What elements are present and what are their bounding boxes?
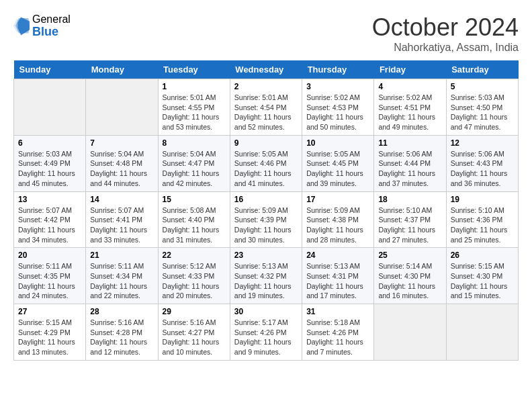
- calendar-cell: 7Sunrise: 5:04 AM Sunset: 4:48 PM Daylig…: [86, 135, 158, 191]
- calendar-cell: [14, 79, 86, 136]
- day-number: 6: [18, 138, 81, 148]
- calendar-cell: 30Sunrise: 5:17 AM Sunset: 4:26 PM Dayli…: [230, 304, 302, 361]
- calendar-cell: 5Sunrise: 5:03 AM Sunset: 4:50 PM Daylig…: [446, 79, 518, 136]
- day-info: Sunrise: 5:11 AM Sunset: 4:34 PM Dayligh…: [90, 261, 153, 301]
- calendar-cell: 20Sunrise: 5:11 AM Sunset: 4:35 PM Dayli…: [14, 248, 86, 304]
- day-number: 18: [378, 195, 441, 204]
- day-number: 12: [451, 138, 514, 148]
- day-info: Sunrise: 5:05 AM Sunset: 4:45 PM Dayligh…: [306, 149, 369, 189]
- day-header-sunday: Sunday: [14, 60, 86, 79]
- calendar-cell: [86, 79, 158, 136]
- calendar-cell: [446, 304, 518, 361]
- day-number: 24: [306, 250, 369, 260]
- day-number: 2: [234, 82, 298, 91]
- day-info: Sunrise: 5:12 AM Sunset: 4:33 PM Dayligh…: [163, 261, 226, 301]
- logo-blue: Blue: [32, 26, 71, 39]
- day-number: 13: [18, 195, 81, 204]
- week-row-1: 1Sunrise: 5:01 AM Sunset: 4:55 PM Daylig…: [14, 79, 519, 136]
- day-info: Sunrise: 5:06 AM Sunset: 4:43 PM Dayligh…: [451, 149, 514, 189]
- day-info: Sunrise: 5:14 AM Sunset: 4:30 PM Dayligh…: [378, 261, 441, 301]
- day-info: Sunrise: 5:09 AM Sunset: 4:38 PM Dayligh…: [306, 205, 369, 245]
- day-info: Sunrise: 5:02 AM Sunset: 4:53 PM Dayligh…: [306, 93, 369, 132]
- day-number: 27: [18, 307, 81, 316]
- day-info: Sunrise: 5:08 AM Sunset: 4:40 PM Dayligh…: [163, 205, 226, 245]
- day-number: 26: [451, 250, 514, 260]
- day-number: 28: [90, 307, 153, 316]
- day-info: Sunrise: 5:06 AM Sunset: 4:44 PM Dayligh…: [378, 149, 441, 189]
- calendar-cell: 29Sunrise: 5:16 AM Sunset: 4:27 PM Dayli…: [158, 304, 230, 361]
- calendar-cell: 26Sunrise: 5:15 AM Sunset: 4:30 PM Dayli…: [446, 248, 518, 304]
- day-number: 29: [163, 307, 226, 316]
- day-info: Sunrise: 5:04 AM Sunset: 4:47 PM Dayligh…: [163, 149, 226, 189]
- day-number: 25: [378, 250, 441, 260]
- day-number: 17: [306, 195, 369, 204]
- location: Nahorkatiya, Assam, India: [372, 42, 519, 54]
- day-number: 7: [90, 138, 153, 148]
- calendar-cell: 24Sunrise: 5:13 AM Sunset: 4:31 PM Dayli…: [302, 248, 374, 304]
- calendar-cell: 15Sunrise: 5:08 AM Sunset: 4:40 PM Dayli…: [158, 191, 230, 248]
- day-number: 8: [163, 138, 226, 148]
- calendar-cell: 9Sunrise: 5:05 AM Sunset: 4:46 PM Daylig…: [230, 135, 302, 191]
- calendar-cell: 17Sunrise: 5:09 AM Sunset: 4:38 PM Dayli…: [302, 191, 374, 248]
- page-header: General Blue October 2024 Nahorkatiya, A…: [13, 13, 519, 54]
- day-number: 10: [306, 138, 369, 148]
- calendar-cell: [374, 304, 446, 361]
- day-number: 21: [90, 250, 153, 260]
- logo-text: General Blue: [32, 13, 71, 38]
- day-info: Sunrise: 5:04 AM Sunset: 4:48 PM Dayligh…: [90, 149, 153, 189]
- calendar-cell: 13Sunrise: 5:07 AM Sunset: 4:42 PM Dayli…: [14, 191, 86, 248]
- day-header-friday: Friday: [374, 60, 446, 79]
- title-block: October 2024 Nahorkatiya, Assam, India: [372, 13, 519, 54]
- day-info: Sunrise: 5:07 AM Sunset: 4:41 PM Dayligh…: [90, 205, 153, 245]
- calendar-cell: 22Sunrise: 5:12 AM Sunset: 4:33 PM Dayli…: [158, 248, 230, 304]
- calendar-cell: 4Sunrise: 5:02 AM Sunset: 4:51 PM Daylig…: [374, 79, 446, 136]
- day-info: Sunrise: 5:17 AM Sunset: 4:26 PM Dayligh…: [234, 318, 298, 357]
- calendar-cell: 12Sunrise: 5:06 AM Sunset: 4:43 PM Dayli…: [446, 135, 518, 191]
- calendar-cell: 31Sunrise: 5:18 AM Sunset: 4:26 PM Dayli…: [302, 304, 374, 361]
- day-number: 15: [163, 195, 226, 204]
- day-number: 31: [306, 307, 369, 316]
- calendar-cell: 2Sunrise: 5:01 AM Sunset: 4:54 PM Daylig…: [230, 79, 302, 136]
- day-number: 9: [234, 138, 298, 148]
- month-title: October 2024: [372, 13, 519, 42]
- day-info: Sunrise: 5:11 AM Sunset: 4:35 PM Dayligh…: [18, 261, 81, 301]
- day-header-tuesday: Tuesday: [158, 60, 230, 79]
- logo-icon: [13, 17, 30, 36]
- calendar-cell: 6Sunrise: 5:03 AM Sunset: 4:49 PM Daylig…: [14, 135, 86, 191]
- day-info: Sunrise: 5:01 AM Sunset: 4:55 PM Dayligh…: [163, 93, 226, 132]
- day-info: Sunrise: 5:05 AM Sunset: 4:46 PM Dayligh…: [234, 149, 298, 189]
- calendar-cell: 8Sunrise: 5:04 AM Sunset: 4:47 PM Daylig…: [158, 135, 230, 191]
- day-number: 3: [306, 82, 369, 91]
- day-info: Sunrise: 5:16 AM Sunset: 4:28 PM Dayligh…: [90, 318, 153, 357]
- day-header-monday: Monday: [86, 60, 158, 79]
- calendar-cell: 16Sunrise: 5:09 AM Sunset: 4:39 PM Dayli…: [230, 191, 302, 248]
- day-number: 5: [451, 82, 514, 91]
- calendar-cell: 14Sunrise: 5:07 AM Sunset: 4:41 PM Dayli…: [86, 191, 158, 248]
- day-info: Sunrise: 5:07 AM Sunset: 4:42 PM Dayligh…: [18, 205, 81, 245]
- day-info: Sunrise: 5:09 AM Sunset: 4:39 PM Dayligh…: [234, 205, 298, 245]
- day-info: Sunrise: 5:18 AM Sunset: 4:26 PM Dayligh…: [306, 318, 369, 357]
- week-row-3: 13Sunrise: 5:07 AM Sunset: 4:42 PM Dayli…: [14, 191, 519, 248]
- calendar-cell: 10Sunrise: 5:05 AM Sunset: 4:45 PM Dayli…: [302, 135, 374, 191]
- day-number: 30: [234, 307, 298, 316]
- day-info: Sunrise: 5:13 AM Sunset: 4:31 PM Dayligh…: [306, 261, 369, 301]
- day-header-thursday: Thursday: [302, 60, 374, 79]
- day-number: 22: [163, 250, 226, 260]
- day-number: 16: [234, 195, 298, 204]
- week-row-4: 20Sunrise: 5:11 AM Sunset: 4:35 PM Dayli…: [14, 248, 519, 304]
- day-number: 4: [378, 82, 441, 91]
- day-info: Sunrise: 5:15 AM Sunset: 4:30 PM Dayligh…: [451, 261, 514, 301]
- day-info: Sunrise: 5:02 AM Sunset: 4:51 PM Dayligh…: [378, 93, 441, 132]
- day-header-wednesday: Wednesday: [230, 60, 302, 79]
- day-number: 1: [163, 82, 226, 91]
- calendar-cell: 1Sunrise: 5:01 AM Sunset: 4:55 PM Daylig…: [158, 79, 230, 136]
- calendar-cell: 23Sunrise: 5:13 AM Sunset: 4:32 PM Dayli…: [230, 248, 302, 304]
- day-info: Sunrise: 5:10 AM Sunset: 4:37 PM Dayligh…: [378, 205, 441, 245]
- day-number: 23: [234, 250, 298, 260]
- calendar-cell: 18Sunrise: 5:10 AM Sunset: 4:37 PM Dayli…: [374, 191, 446, 248]
- calendar-cell: 21Sunrise: 5:11 AM Sunset: 4:34 PM Dayli…: [86, 248, 158, 304]
- calendar-cell: 11Sunrise: 5:06 AM Sunset: 4:44 PM Dayli…: [374, 135, 446, 191]
- day-number: 14: [90, 195, 153, 204]
- day-info: Sunrise: 5:15 AM Sunset: 4:29 PM Dayligh…: [18, 318, 81, 357]
- calendar-cell: 27Sunrise: 5:15 AM Sunset: 4:29 PM Dayli…: [14, 304, 86, 361]
